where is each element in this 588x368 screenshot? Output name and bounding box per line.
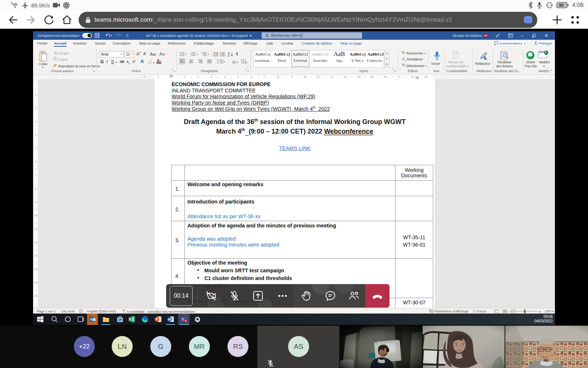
- svg-text:3: 3: [190, 55, 191, 56]
- svg-text:W: W: [168, 318, 171, 321]
- svg-text:P: P: [156, 318, 158, 321]
- svg-text:ND: ND: [484, 34, 488, 37]
- svg-text:6: 6: [11, 2, 12, 4]
- svg-text:99: 99: [559, 3, 563, 7]
- svg-text:✓: ✓: [84, 33, 87, 38]
- svg-text:Z: Z: [228, 54, 230, 57]
- svg-text:T: T: [182, 318, 184, 321]
- svg-text:A: A: [228, 52, 230, 54]
